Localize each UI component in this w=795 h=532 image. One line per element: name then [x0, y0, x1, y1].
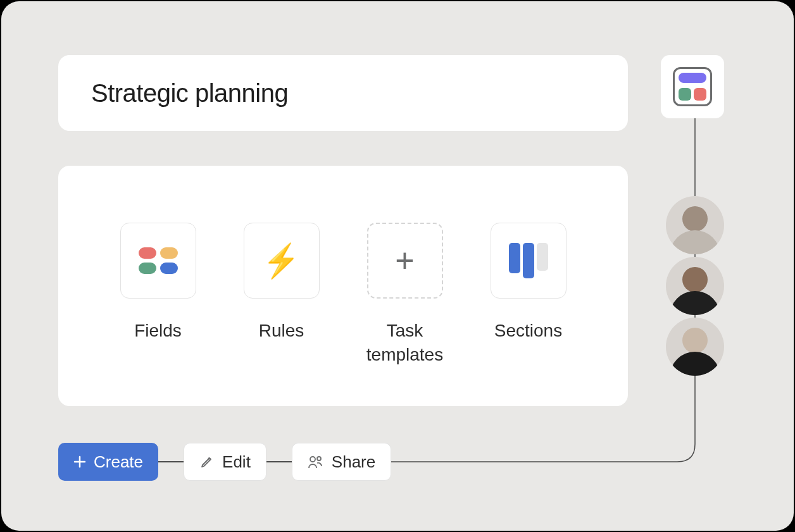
- create-button[interactable]: Create: [58, 443, 158, 481]
- canvas: Strategic planning Fields ⚡ Rules +: [1, 1, 794, 531]
- feature-sections[interactable]: Sections: [472, 223, 585, 343]
- page-title: Strategic planning: [91, 79, 288, 108]
- title-card: Strategic planning: [58, 55, 628, 131]
- feature-task-templates[interactable]: + Task templates: [348, 223, 462, 367]
- action-bar: Create Edit Share: [58, 443, 391, 481]
- feature-label: Task templates: [348, 319, 462, 367]
- bolt-icon: ⚡: [244, 223, 320, 299]
- feature-fields[interactable]: Fields: [101, 223, 215, 343]
- feature-rules[interactable]: ⚡ Rules: [225, 223, 339, 343]
- edit-button[interactable]: Edit: [184, 443, 266, 481]
- avatar-user-2[interactable]: [666, 257, 724, 315]
- sections-icon: [491, 223, 567, 299]
- avatar-user-3[interactable]: [666, 318, 724, 376]
- features-card: Fields ⚡ Rules + Task templates Sections: [58, 166, 628, 406]
- feature-label: Fields: [134, 319, 182, 343]
- feature-label: Sections: [494, 319, 562, 343]
- app-icon: [673, 67, 712, 106]
- fields-icon: [120, 223, 196, 299]
- feature-label: Rules: [259, 319, 304, 343]
- button-label: Edit: [222, 452, 251, 472]
- plus-dashed-icon: +: [367, 223, 443, 299]
- svg-point-1: [317, 457, 321, 461]
- app-icon-card[interactable]: [661, 55, 724, 118]
- people-icon: [308, 454, 324, 469]
- svg-point-0: [310, 457, 315, 462]
- plus-icon: [73, 455, 86, 468]
- pencil-icon: [199, 454, 215, 469]
- share-button[interactable]: Share: [292, 443, 391, 481]
- avatar-user-1[interactable]: [666, 196, 724, 254]
- button-label: Create: [94, 452, 143, 472]
- button-label: Share: [332, 452, 375, 472]
